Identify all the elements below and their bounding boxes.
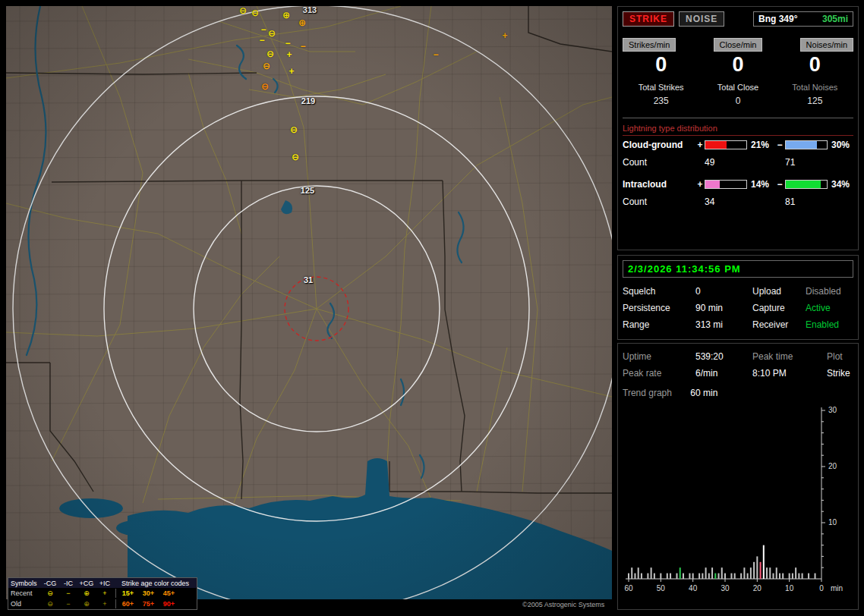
trend-bar (763, 545, 765, 579)
plot-value: Strike (827, 368, 853, 379)
legend-row-old: Old ⊖ − ⊕ + 60+ 75+ 90+ (8, 599, 197, 609)
trend-bar (756, 556, 758, 579)
trend-bar (766, 567, 768, 579)
noises-per-min-button[interactable]: Noises/min (800, 38, 853, 52)
cg-pos-count: 49 (705, 157, 747, 168)
trend-bar (689, 574, 690, 579)
strike-symbol-icon: ⊕ (282, 11, 290, 20)
trend-bar (651, 567, 652, 579)
cloud-ground-row: Cloud-ground + 21% − 30% (623, 136, 853, 154)
strike-symbol-icon: − (300, 42, 305, 51)
persistence-value: 90 min (695, 303, 752, 313)
trend-bar (714, 574, 716, 579)
intracloud-row: Intracloud + 14% − 34% (623, 175, 853, 193)
strikes-per-min-button[interactable]: Strikes/min (623, 38, 676, 52)
trend-bar (782, 574, 784, 579)
strike-symbol-icon: + (289, 67, 294, 76)
legend-col-cg-neg: -CG (41, 580, 59, 587)
bearing-range: 305mi (822, 14, 848, 24)
trend-bar (769, 567, 771, 579)
plot-label: Plot (827, 351, 853, 362)
strike-symbol-icon: − (259, 36, 264, 45)
x-axis-unit: min (831, 584, 843, 592)
cg-pos-icon: ⊕ (77, 589, 96, 597)
plus-sign: + (695, 179, 705, 190)
trend-bar (647, 574, 648, 579)
noises-per-min-value: 0 (777, 53, 853, 77)
strike-symbol-icon: ⊖ (266, 49, 274, 58)
squelch-value: 0 (695, 286, 752, 297)
uptime-label: Uptime (623, 351, 695, 362)
close-per-min-button[interactable]: Close/min (714, 38, 763, 52)
total-close-label: Total Close (699, 83, 776, 92)
trend-bar (760, 562, 762, 579)
distribution-title: Lightning type distribution (623, 124, 853, 133)
cg-neg-count: 71 (785, 157, 828, 168)
cg-neg-icon: ⊖ (41, 589, 59, 597)
trend-bar (638, 567, 639, 579)
squelch-label: Squelch (623, 286, 695, 297)
trend-bar (792, 574, 793, 579)
x-tick-label: 20 (753, 584, 762, 592)
minus-sign: − (774, 140, 785, 150)
legend-col-ic-neg: -IC (59, 580, 77, 587)
x-tick-label: 40 (689, 584, 698, 592)
ic-neg-icon: − (59, 600, 77, 608)
trend-bar (654, 574, 655, 579)
trend-bar (776, 567, 777, 579)
peaktime-value: 8:10 PM (752, 368, 827, 379)
range-ring-label: 313 (303, 6, 317, 14)
range-ring-label: 31 (304, 275, 313, 284)
strike-symbol-icon: + (286, 50, 292, 59)
strikes-per-min-value: 0 (623, 53, 699, 77)
trend-bar (721, 567, 723, 579)
range-label: Range (623, 319, 695, 330)
trend-bar (773, 574, 774, 579)
trend-bar (779, 574, 780, 579)
ic-pos-pct: 14% (747, 179, 774, 190)
trend-bar (698, 574, 700, 579)
trend-bar (628, 574, 629, 579)
cg-pos-icon: ⊕ (77, 600, 96, 608)
noise-button[interactable]: NOISE (679, 11, 724, 27)
legend-row-recent: Recent ⊖ − ⊕ + 15+ 30+ 45+ (8, 588, 197, 599)
cloud-ground-count-row: Count 49 71 (623, 154, 853, 171)
upload-value: Disabled (806, 286, 853, 297)
divider (623, 118, 853, 118)
y-tick-label: 30 (828, 406, 837, 414)
strike-symbol-icon: ⊖ (251, 8, 259, 17)
ic-neg-count: 81 (785, 196, 828, 207)
trend-bar (702, 574, 703, 579)
trend-bar (708, 574, 710, 579)
total-noises-label: Total Noises (777, 83, 853, 92)
upload-label: Upload (752, 286, 806, 297)
age-code: 30+ (138, 589, 159, 597)
legend-age-header: Strike age color codes (114, 580, 197, 587)
bearing-box: Bng 349° 305mi (753, 11, 853, 27)
strike-symbol-icon: ⊖ (290, 125, 298, 134)
total-strikes-value: 235 (623, 96, 699, 106)
trend-panel: Uptime 539:20 Peak time Plot Peak rate 6… (617, 343, 859, 610)
ic-neg-icon: − (59, 589, 77, 597)
uptime-value: 539:20 (695, 351, 752, 362)
age-code: 60+ (118, 600, 138, 608)
legend-divider (115, 599, 116, 608)
minus-sign: − (774, 179, 785, 190)
strike-symbol-icon: + (502, 31, 507, 40)
cg-neg-pct: 30% (828, 140, 853, 150)
trend-bar (634, 574, 635, 579)
legend-col-cg-pos: +CG (77, 580, 96, 587)
strike-symbol-icon: ⊖ (268, 29, 276, 38)
trend-bar (808, 574, 809, 579)
y-tick-label: 20 (828, 462, 837, 470)
strike-button[interactable]: STRIKE (623, 11, 674, 27)
x-tick-label: 60 (624, 584, 633, 592)
capture-value: Active (806, 303, 853, 313)
age-code: 15+ (118, 589, 138, 597)
trend-bar (670, 574, 671, 579)
trend-bar (680, 567, 681, 579)
ic-neg-pct: 34% (828, 179, 853, 190)
map-canvas[interactable]: 31321912531 ⊖⊖⊕⊕−⊖−−−⊖+⊖+⊖−+⊖⊖ (6, 6, 612, 599)
total-noises-value: 125 (777, 96, 853, 106)
ic-pos-bar (705, 180, 747, 189)
